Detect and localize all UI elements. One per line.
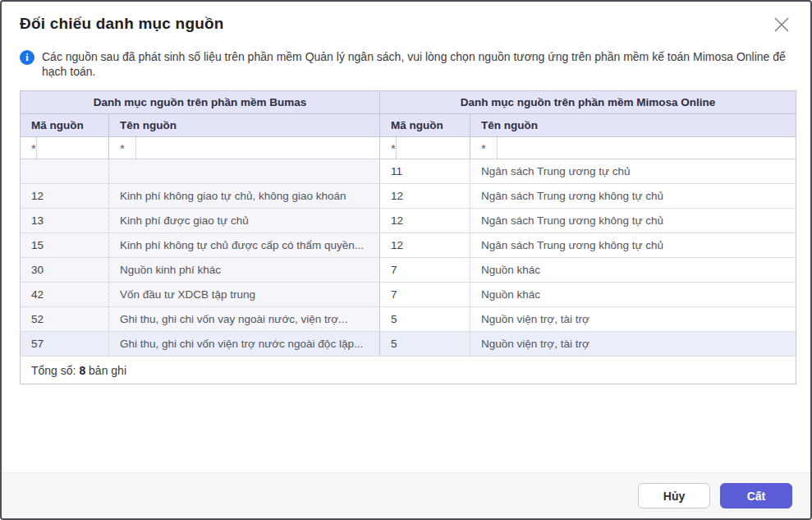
mimosa-code-cell[interactable]: 5	[380, 332, 470, 357]
mimosa-name-cell[interactable]: Nguồn viện trợ, tài trợ	[470, 307, 796, 332]
group-header-bumas: Danh mục nguồn trên phần mềm Bumas	[21, 91, 380, 114]
bumas-name-cell: Kinh phí được giao tự chủ	[109, 209, 380, 233]
column-header-mimosa-name: Tên nguồn	[470, 114, 796, 137]
bumas-code-cell: 57	[21, 332, 109, 357]
dialog-footer: Hủy Cất	[2, 472, 810, 518]
info-message: Các nguồn sau đã phát sinh số liệu trên …	[42, 49, 792, 79]
bumas-name-cell	[109, 159, 380, 184]
info-banner: i Các nguồn sau đã phát sinh số liệu trê…	[2, 38, 810, 79]
group-header-mimosa: Danh mục nguồn trên phần mềm Mimosa Onli…	[380, 91, 796, 114]
mapping-table-container: Danh mục nguồn trên phần mềm Bumas Danh …	[2, 79, 810, 384]
table-row[interactable]: 15 Kinh phí không tự chủ được cấp có thẩ…	[21, 233, 796, 258]
mimosa-code-cell[interactable]: 5	[380, 307, 470, 332]
table-row[interactable]: 52 Ghi thu, ghi chi vốn vay ngoài nước, …	[21, 307, 796, 332]
mimosa-name-cell[interactable]: Ngân sách Trung ương không tự chủ	[470, 184, 796, 209]
filter-operator-mimosa-name[interactable]: *	[470, 137, 498, 159]
cancel-button[interactable]: Hủy	[638, 483, 710, 508]
mimosa-name-cell[interactable]: Nguồn khác	[470, 283, 796, 307]
table-row-selected[interactable]: 57 Ghi thu, ghi chi vốn viện trợ nước ng…	[21, 332, 796, 357]
dialog-title: Đối chiếu danh mục nguồn	[20, 15, 224, 33]
column-header-mimosa-code: Mã nguồn	[380, 114, 470, 137]
mapping-table: Danh mục nguồn trên phần mềm Bumas Danh …	[20, 90, 796, 384]
dialog: Đối chiếu danh mục nguồn i Các nguồn sau…	[0, 0, 812, 520]
filter-input-mimosa-name[interactable]	[498, 137, 796, 159]
mimosa-code-cell[interactable]: 11	[380, 159, 470, 184]
column-header-row: Mã nguồn Tên nguồn Mã nguồn Tên nguồn	[21, 114, 796, 137]
bumas-code-cell: 42	[21, 283, 109, 307]
mimosa-name-cell[interactable]: Nguồn viện trợ, tài trợ	[470, 332, 796, 357]
bumas-name-cell: Kinh phí không tự chủ được cấp có thẩm q…	[109, 233, 380, 258]
bumas-name-cell: Ghi thu, ghi chi vốn viện trợ nước ngoài…	[109, 332, 380, 357]
bumas-name-cell: Nguồn kinh phí khác	[109, 258, 380, 283]
group-header-row: Danh mục nguồn trên phần mềm Bumas Danh …	[21, 91, 796, 114]
summary-row: Tổng số: 8 bản ghi	[21, 357, 796, 384]
summary-count: 8	[79, 364, 85, 377]
bumas-name-cell: Kinh phí không giao tự chủ, không giao k…	[109, 184, 380, 209]
table-row[interactable]: 12 Kinh phí không giao tự chủ, không gia…	[21, 184, 796, 209]
summary-label: Tổng số:	[31, 364, 76, 377]
mimosa-code-cell[interactable]: 7	[380, 258, 470, 283]
table-row[interactable]: 42 Vốn đầu tư XDCB tập trung 7 Nguồn khá…	[21, 283, 796, 307]
column-header-bumas-code: Mã nguồn	[21, 114, 109, 137]
dialog-header: Đối chiếu danh mục nguồn	[2, 2, 810, 38]
mimosa-code-cell[interactable]: 12	[380, 209, 470, 233]
filter-operator-bumas-name[interactable]: *	[109, 137, 136, 159]
mimosa-name-cell[interactable]: Ngân sách Trung ương không tự chủ	[470, 233, 796, 258]
table-row[interactable]: 30 Nguồn kinh phí khác 7 Nguồn khác	[21, 258, 796, 283]
dialog-body-spacer	[2, 384, 810, 472]
mimosa-name-cell[interactable]: Ngân sách Trung ương không tự chủ	[470, 209, 796, 233]
filter-operator-mimosa-code[interactable]: *	[380, 137, 397, 159]
bumas-code-cell: 12	[21, 184, 109, 209]
filter-operator-bumas-code[interactable]: *	[21, 137, 37, 159]
mimosa-name-cell[interactable]: Nguồn khác	[470, 258, 796, 283]
bumas-name-cell: Vốn đầu tư XDCB tập trung	[109, 283, 380, 307]
summary-unit: bản ghi	[89, 364, 126, 377]
table-row[interactable]: 13 Kinh phí được giao tự chủ 12 Ngân sác…	[21, 209, 796, 233]
mimosa-name-cell[interactable]: Ngân sách Trung ương tự chủ	[470, 159, 796, 184]
bumas-code-cell: 30	[21, 258, 109, 283]
bumas-code-cell: 15	[21, 233, 109, 258]
info-icon: i	[20, 50, 34, 65]
bumas-code-cell	[21, 159, 109, 184]
close-icon	[772, 15, 791, 37]
bumas-name-cell: Ghi thu, ghi chi vốn vay ngoài nước, việ…	[109, 307, 380, 332]
mimosa-code-cell[interactable]: 12	[380, 233, 470, 258]
bumas-code-cell: 13	[21, 209, 109, 233]
mimosa-code-cell[interactable]: 7	[380, 283, 470, 307]
save-button[interactable]: Cất	[720, 483, 792, 508]
filter-input-bumas-name[interactable]	[136, 137, 379, 159]
close-button[interactable]	[769, 13, 794, 38]
column-header-bumas-name: Tên nguồn	[109, 114, 380, 137]
table-row[interactable]: 11 Ngân sách Trung ương tự chủ	[21, 159, 796, 184]
bumas-code-cell: 52	[21, 307, 109, 332]
filter-row: * * *	[21, 137, 796, 159]
mimosa-code-cell[interactable]: 12	[380, 184, 470, 209]
